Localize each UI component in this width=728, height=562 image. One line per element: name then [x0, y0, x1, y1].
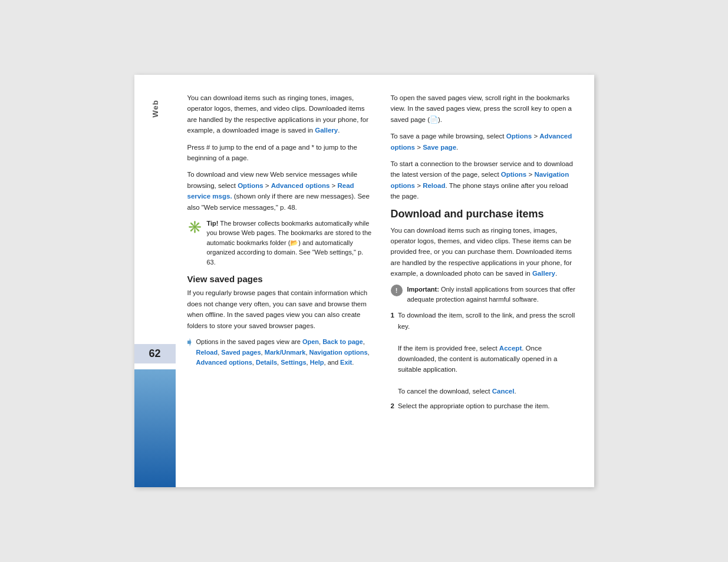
- view-saved-para1: If you regularly browse pages that conta…: [187, 287, 373, 331]
- sidebar-gradient: [134, 369, 176, 487]
- options-reload-link[interactable]: Reload: [196, 349, 218, 356]
- gallery-link-1[interactable]: Gallery: [315, 127, 338, 134]
- tip-sun-icon: ✳️: [187, 220, 202, 234]
- options-text-block: Options in the saved pages view are Open…: [196, 337, 373, 368]
- right-column: To open the saved pages view, scroll rig…: [391, 92, 577, 470]
- step-2-number: 2: [391, 401, 394, 411]
- tip-label: Tip!: [207, 220, 219, 227]
- options-link-1[interactable]: Options: [238, 182, 263, 189]
- reload-link[interactable]: Reload: [423, 182, 445, 189]
- options-details-link[interactable]: Details: [256, 359, 277, 366]
- bookmark-folder-icon: 📂: [290, 239, 298, 246]
- left-para2: Press # to jump to the end of a page and…: [187, 142, 373, 164]
- right-para2: To save a page while browsing, select Op…: [391, 131, 577, 153]
- sidebar-web-label: Web: [150, 100, 159, 117]
- important-label: Important:: [407, 286, 439, 293]
- tip-text: Tip! The browser collects bookmarks auto…: [207, 219, 373, 267]
- page-number: 62: [134, 344, 176, 363]
- download-section: Download and purchase items You can down…: [391, 208, 577, 411]
- view-saved-pages-title: View saved pages: [187, 274, 373, 284]
- important-icon: !: [391, 285, 403, 296]
- step-1-number: 1: [391, 310, 394, 396]
- step-2-text: Select the appropriate option to purchas…: [398, 401, 550, 411]
- options-exit-link[interactable]: Exit: [340, 359, 352, 366]
- options-link-r2[interactable]: Options: [506, 133, 532, 140]
- sidebar: Web 62: [134, 75, 176, 487]
- tip-box: ✳️ Tip! The browser collects bookmarks a…: [187, 219, 373, 267]
- accept-link[interactable]: Accept: [499, 345, 522, 352]
- save-page-link[interactable]: Save page: [423, 144, 456, 151]
- options-nav-link[interactable]: Navigation options: [309, 349, 368, 356]
- options-back-link[interactable]: Back to page: [322, 338, 363, 345]
- content-area: You can download items such as ringing t…: [176, 75, 594, 487]
- options-link-r3[interactable]: Options: [501, 171, 526, 178]
- step-1-text: To download the item, scroll to the link…: [398, 310, 577, 396]
- options-advanced-link[interactable]: Advanced options: [196, 359, 252, 366]
- gallery-link-download[interactable]: Gallery: [532, 270, 555, 277]
- options-saved-link[interactable]: Saved pages: [221, 349, 261, 356]
- important-text-block: Important: Only install applications fro…: [407, 285, 577, 304]
- left-para3: To download and view new Web service mes…: [187, 169, 373, 213]
- step-2: 2 Select the appropriate option to purch…: [391, 401, 577, 411]
- options-help-link[interactable]: Help: [310, 359, 324, 366]
- options-mark-link[interactable]: Mark/Unmark: [265, 349, 306, 356]
- download-para1: You can download items such as ringing t…: [391, 225, 577, 279]
- right-para3: To start a connection to the browser ser…: [391, 158, 577, 202]
- options-box: Options in the saved pages view are Open…: [187, 337, 373, 368]
- right-para1: To open the saved pages view, scroll rig…: [391, 92, 577, 125]
- download-title: Download and purchase items: [391, 208, 577, 220]
- cancel-link[interactable]: Cancel: [492, 388, 515, 395]
- steps-list: 1 To download the item, scroll to the li…: [391, 310, 577, 411]
- left-column: You can download items such as ringing t…: [187, 92, 373, 470]
- step-1: 1 To download the item, scroll to the li…: [391, 310, 577, 396]
- advanced-options-link-1[interactable]: Advanced options: [271, 182, 330, 189]
- options-open-link[interactable]: Open: [302, 338, 319, 345]
- options-settings-link[interactable]: Settings: [281, 359, 306, 366]
- left-para1: You can download items such as ringing t…: [187, 92, 373, 136]
- page-thumbnail-icon: 📄: [430, 116, 438, 123]
- important-box: ! Important: Only install applications f…: [391, 285, 577, 304]
- options-arrow-icon: [187, 338, 192, 346]
- page-container: Web 62 You can download items such as ri…: [134, 75, 594, 487]
